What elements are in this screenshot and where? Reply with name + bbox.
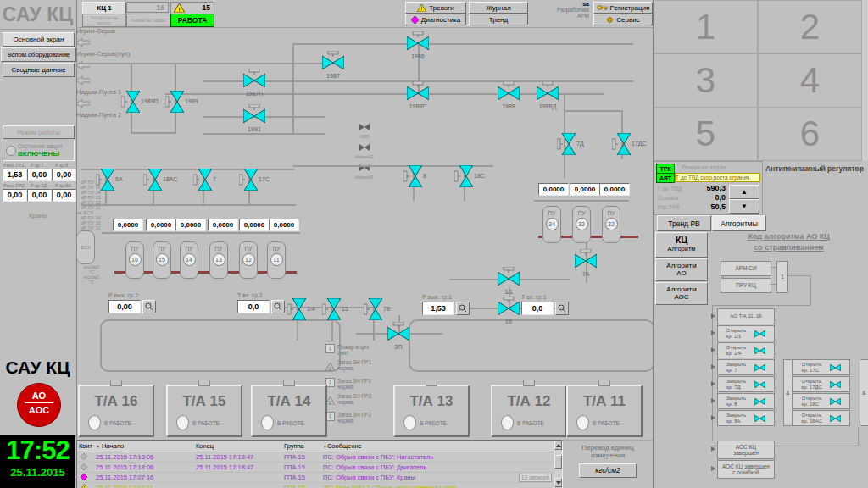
flow-box-label: АРМ СИ <box>735 265 756 272</box>
tab-algorithms[interactable]: Алгоритмы <box>712 215 766 231</box>
alarm-row[interactable]: !25.11.2015 17:07:11ГПА 15ПС: Кран №812'… <box>77 483 562 488</box>
meter-zoom-button[interactable] <box>456 302 470 315</box>
valve-icon <box>364 298 382 320</box>
turbine-panel-12[interactable]: Т/А 12В РАБОТЕ <box>491 385 567 437</box>
alarm-row[interactable]: 25.11.2015 17:18:0625.11.2015 17:18:47ГП… <box>77 463 562 473</box>
valve-1989[interactable]: 1989 <box>165 91 184 116</box>
registration-button[interactable]: Регистрация <box>593 2 653 14</box>
valve-15[interactable]: 15 <box>322 298 341 324</box>
valve-1988[interactable]: 1988 <box>498 81 520 110</box>
sidebar-item-aux-equipment[interactable]: Вспом.оборудование <box>1 47 76 62</box>
meter-zoom-button[interactable] <box>271 300 285 313</box>
trend-cell-4[interactable]: 4 <box>758 53 862 107</box>
flow-title-2: со стравливанием <box>709 243 868 252</box>
algorithm-status-label: Алгоритм не запущ. <box>83 15 125 25</box>
alarm-col-end[interactable]: Конец <box>196 441 284 452</box>
alarm-ack-cell[interactable] <box>77 463 96 472</box>
valve-8А[interactable]: 8А <box>96 169 114 194</box>
flow-end-done: АОС КЦ завершен <box>717 441 775 459</box>
meter-zoom-button[interactable] <box>555 302 569 315</box>
work-mode-button[interactable]: Режим работы <box>3 125 75 139</box>
valve-1988П[interactable]: 1988П <box>407 81 429 110</box>
turbine-panel-16[interactable]: Т/А 16В РАБОТЕ <box>78 385 154 437</box>
flow-source-arm-si[interactable]: АРМ СИ <box>721 261 771 276</box>
pipe <box>565 110 623 112</box>
trend-cell-3[interactable]: 3 <box>654 53 758 107</box>
valve-1987П[interactable]: 1987П <box>243 69 265 97</box>
valve-icon <box>322 51 344 69</box>
ao-aos-indicator[interactable]: АО АОС <box>17 383 61 427</box>
tab-trend-rv[interactable]: Тренд РВ <box>657 215 711 231</box>
alarm-row[interactable]: 25.11.2015 17:07:16ГПА 15ПС: Обрыв связи… <box>77 473 562 483</box>
journal-button[interactable]: Журнал <box>469 2 528 14</box>
valve-1987[interactable]: 1987 <box>322 51 344 80</box>
turbine-panel-15[interactable]: Т/А 15В РАБОТЕ <box>166 385 242 437</box>
flow-step-left-1: Открытькр. 1/1 <box>717 325 775 341</box>
algo-button-aos[interactable]: Алгоритм АОС <box>655 282 708 305</box>
valve-1986[interactable]: 1986 <box>407 31 429 60</box>
alarms-button[interactable]: ! Тревоги <box>405 2 466 14</box>
alarm-scrollbar[interactable] <box>554 441 562 487</box>
pu-vessel-33[interactable]: ПУ33 <box>572 206 591 243</box>
service-button[interactable]: Сервис <box>593 14 653 25</box>
meter-zoom-button[interactable] <box>142 300 156 313</box>
avt-badge-label: АВТ <box>659 175 671 181</box>
pu-vessel-11[interactable]: ПУ11 <box>267 241 286 279</box>
sidebar-item-main-screen[interactable]: Основной экран <box>3 32 75 47</box>
valve-18С[interactable]: 18С <box>454 165 473 191</box>
trend-button[interactable]: Тренд <box>469 14 528 25</box>
valve-17С[interactable]: 17С <box>239 169 258 194</box>
valve-1988Д[interactable]: 1988Д <box>537 81 559 110</box>
diagnostics-button[interactable]: Диагностика <box>405 14 466 25</box>
algo-button-kc[interactable]: КЦ Алгоритм <box>655 232 708 258</box>
alarm-col-message[interactable]: ▼Сообщение <box>323 441 562 452</box>
group1-collector-loop <box>409 319 654 372</box>
alarm-ack-cell[interactable]: ! <box>77 483 96 488</box>
pu-vessel-34[interactable]: ПУ34 <box>542 206 561 243</box>
turbine-panel-13[interactable]: Т/А 13В РАБОТЕ <box>393 385 470 437</box>
valve-1/4[interactable]: 1/4 <box>287 298 306 324</box>
valve-7[interactable]: 7 <box>193 169 212 194</box>
trend-cell-2[interactable]: 2 <box>758 0 862 53</box>
spin-up-button[interactable]: ▲ <box>729 185 760 199</box>
alarm-col-group[interactable]: Группа <box>284 441 323 452</box>
flow-source-pru-kc[interactable]: ПРУ КЦ <box>721 278 771 293</box>
valve-17ДС[interactable]: 17ДС <box>612 133 631 158</box>
pu-vessel-12[interactable]: ПУ12 <box>239 241 258 279</box>
pipe <box>131 132 176 134</box>
valve-7А[interactable]: 7А <box>575 249 597 278</box>
trk-mode: Режим не задан <box>682 164 726 170</box>
sidebar-item-summary-data[interactable]: Сводные данные <box>3 63 75 77</box>
turbine-panel-14[interactable]: Т/А 14В РАБОТЕ <box>251 385 327 437</box>
valve-8[interactable]: 8 <box>403 165 422 191</box>
pu-vessel-14[interactable]: ПУ14 <box>180 241 198 279</box>
pu-vessel-32[interactable]: ПУ32 <box>602 206 620 243</box>
pu-vessel-15[interactable]: ПУ15 <box>153 241 171 279</box>
trend-cell-5[interactable]: 5 <box>654 108 758 161</box>
turbine-panel-11[interactable]: Т/А 11В РАБОТЕ <box>566 385 643 437</box>
spin-down-button[interactable]: ▼ <box>729 199 760 214</box>
valve-1989П[interactable]: 1989П <box>121 91 140 116</box>
valve-1991[interactable]: 1991 <box>243 104 265 133</box>
flow-step-right-3: Открытькр. 18АС <box>793 410 850 426</box>
vessel-number: 11 <box>270 253 283 266</box>
alarm-ack-cell[interactable] <box>77 452 96 462</box>
valve-16[interactable]: 16 <box>498 297 520 325</box>
alarm-col-start[interactable]: ▼ Начало <box>96 441 196 452</box>
pu-vessel-16[interactable]: ПУ16 <box>125 241 144 279</box>
units-button[interactable]: кгс/см2 <box>579 463 637 478</box>
kc-button[interactable]: КЦ 1 <box>82 2 126 14</box>
alarm-col-quit[interactable]: Квит <box>77 441 96 452</box>
valve-7Д[interactable]: 7Д <box>557 133 576 158</box>
valve-18АС[interactable]: 18АС <box>143 169 162 194</box>
alarm-row[interactable]: 25.11.2015 17:18:0625.11.2015 17:18:47ГП… <box>77 452 562 463</box>
dp-pu-value: 0,0000 <box>113 219 143 231</box>
trend-cell-1[interactable]: 1 <box>654 0 758 53</box>
pu-vessel-13[interactable]: ПУ13 <box>209 241 228 279</box>
vessel-label: ПУ <box>603 210 620 216</box>
valve-1/1[interactable]: 1/1 <box>498 267 520 296</box>
algo-button-ao[interactable]: Алгоритм АО <box>655 258 708 281</box>
valve-7Б[interactable]: 7Б <box>364 298 382 324</box>
alarm-ack-cell[interactable] <box>77 473 96 482</box>
trend-cell-6[interactable]: 6 <box>758 108 862 161</box>
